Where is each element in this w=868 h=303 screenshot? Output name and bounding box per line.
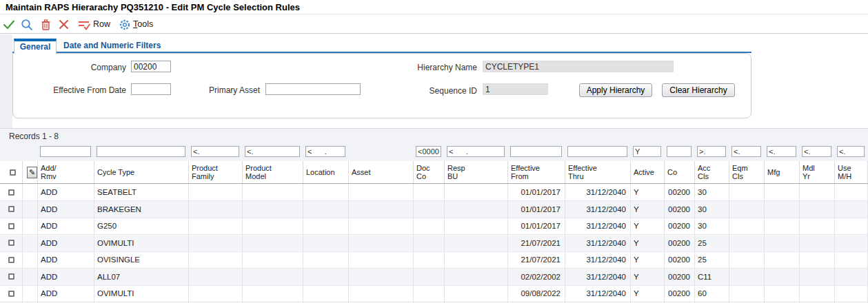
cell-mdl-yr[interactable] <box>800 235 835 251</box>
cell-active[interactable]: Y <box>631 251 665 268</box>
cell-add-rmv[interactable]: ADD <box>38 269 94 285</box>
cell-use-mh[interactable] <box>835 285 868 302</box>
cell-mdl-yr[interactable] <box>800 218 835 234</box>
filter-input-resp-bu[interactable] <box>447 146 505 157</box>
row-menu-icon[interactable] <box>77 17 92 32</box>
cell-asset[interactable] <box>349 285 414 302</box>
cell-effective-from[interactable]: 02/02/2002 <box>508 269 565 285</box>
cell-effective-thru[interactable]: 31/12/2040 <box>565 269 631 285</box>
cell-active[interactable]: Y <box>631 285 665 302</box>
cell-use-mh[interactable] <box>835 201 868 218</box>
cell-co[interactable]: 00200 <box>665 218 695 234</box>
filter-input-effective-thru[interactable] <box>567 146 627 157</box>
cell-doc-co[interactable] <box>414 269 445 285</box>
company-field[interactable] <box>131 61 171 72</box>
cell-mfg[interactable] <box>765 269 800 285</box>
cell-use-mh[interactable] <box>835 184 868 200</box>
cell-co[interactable]: 00200 <box>665 251 695 268</box>
cell-product-family[interactable] <box>189 201 243 218</box>
cell-resp-bu[interactable] <box>445 184 508 200</box>
grid-customize-pencil-icon[interactable]: ✎ <box>27 167 37 178</box>
cell-active[interactable]: Y <box>631 269 665 285</box>
cell-effective-from[interactable]: 01/01/2017 <box>508 218 565 234</box>
row-select-checkbox[interactable] <box>8 206 14 212</box>
cell-resp-bu[interactable] <box>445 269 508 285</box>
delete-trash-icon[interactable] <box>38 17 53 32</box>
cell-product-family[interactable] <box>189 218 243 234</box>
cell-product-family[interactable] <box>189 251 243 268</box>
cell-co[interactable]: 00200 <box>665 184 695 200</box>
cell-mfg[interactable] <box>765 201 800 218</box>
cell-co[interactable]: 00200 <box>665 201 695 218</box>
row-select-checkbox[interactable] <box>8 273 14 280</box>
row-select-checkbox[interactable] <box>8 223 14 229</box>
tab-date-and-numeric-filters[interactable]: Date and Numeric Filters <box>63 41 161 50</box>
ok-check-icon[interactable] <box>1 17 17 32</box>
cell-co[interactable]: 00200 <box>665 285 695 302</box>
cell-use-mh[interactable] <box>835 235 868 251</box>
cell-doc-co[interactable] <box>414 184 445 200</box>
cell-acc-cls[interactable]: C11 <box>695 269 729 285</box>
cell-doc-co[interactable] <box>414 285 445 302</box>
filter-input-effective-from[interactable] <box>510 146 562 157</box>
cell-product-model[interactable] <box>243 184 303 200</box>
cell-cycle-type[interactable]: OVIMULTI <box>94 235 189 251</box>
cell-effective-thru[interactable]: 31/12/2040 <box>565 235 631 251</box>
cell-product-family[interactable] <box>189 269 243 285</box>
cell-effective-thru[interactable]: 31/12/2040 <box>565 184 631 200</box>
row-select-checkbox[interactable] <box>8 257 14 263</box>
cell-product-model[interactable] <box>243 285 303 302</box>
cell-acc-cls[interactable]: 30 <box>695 201 729 218</box>
cell-effective-from[interactable]: 21/07/2021 <box>508 235 565 251</box>
cell-location[interactable] <box>303 235 349 251</box>
cell-mdl-yr[interactable] <box>800 285 835 302</box>
cell-eqm-cls[interactable] <box>729 235 765 251</box>
cell-active[interactable]: Y <box>631 201 665 218</box>
filter-input-cycle-type[interactable] <box>97 146 185 157</box>
tools-menu-label[interactable]: Tools <box>133 19 153 29</box>
cell-effective-thru[interactable]: 31/12/2040 <box>565 251 631 268</box>
cell-doc-co[interactable] <box>414 201 445 218</box>
cell-eqm-cls[interactable] <box>729 269 765 285</box>
cell-add-rmv[interactable]: ADD <box>38 235 94 251</box>
cell-resp-bu[interactable] <box>445 218 508 234</box>
cell-use-mh[interactable] <box>835 269 868 285</box>
cell-doc-co[interactable] <box>414 235 445 251</box>
cell-location[interactable] <box>303 218 349 234</box>
cell-effective-from[interactable]: 01/01/2017 <box>508 184 565 200</box>
filter-input-active[interactable] <box>633 146 661 157</box>
cell-mfg[interactable] <box>765 184 800 200</box>
cell-add-rmv[interactable]: ADD <box>38 184 94 200</box>
cell-location[interactable] <box>303 201 349 218</box>
cell-active[interactable]: Y <box>631 235 665 251</box>
cell-eqm-cls[interactable] <box>729 251 765 268</box>
cell-eqm-cls[interactable] <box>729 201 765 218</box>
cell-eqm-cls[interactable] <box>729 184 765 200</box>
cell-acc-cls[interactable]: 25 <box>695 235 729 251</box>
cell-asset[interactable] <box>349 201 414 218</box>
cell-mfg[interactable] <box>765 235 800 251</box>
row-menu-label[interactable]: Row <box>93 19 110 29</box>
cell-asset[interactable] <box>349 184 414 200</box>
cell-mdl-yr[interactable] <box>800 201 835 218</box>
row-select-checkbox[interactable] <box>8 240 14 246</box>
cell-asset[interactable] <box>349 218 414 234</box>
cell-asset[interactable] <box>349 235 414 251</box>
cell-mfg[interactable] <box>765 218 800 234</box>
cell-add-rmv[interactable]: ADD <box>38 218 94 234</box>
cell-acc-cls[interactable]: 30 <box>695 218 729 234</box>
cell-add-rmv[interactable]: ADD <box>38 251 94 268</box>
cell-product-family[interactable] <box>189 235 243 251</box>
filter-input-doc-co[interactable] <box>416 146 441 157</box>
cell-effective-thru[interactable]: 31/12/2040 <box>565 218 631 234</box>
effective-from-date-field[interactable] <box>131 83 171 95</box>
filter-input-eqm-cls[interactable] <box>731 146 761 157</box>
cell-asset[interactable] <box>349 269 414 285</box>
cell-active[interactable]: Y <box>631 184 665 200</box>
cell-use-mh[interactable] <box>835 218 868 234</box>
cell-mfg[interactable] <box>765 285 800 302</box>
cell-mdl-yr[interactable] <box>800 251 835 268</box>
filter-input-mfg[interactable] <box>767 146 796 157</box>
cell-location[interactable] <box>303 285 349 302</box>
filter-input-add-rmv[interactable] <box>40 146 91 157</box>
